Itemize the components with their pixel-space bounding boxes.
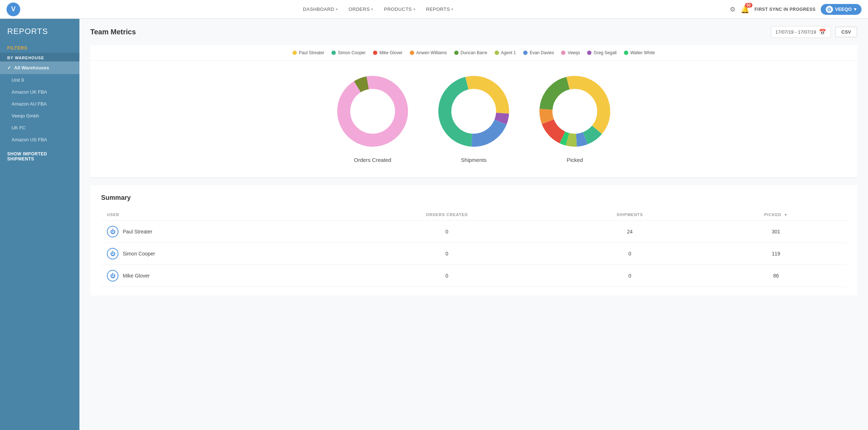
shipments-donut [434,72,513,151]
col-user: USER [101,209,340,221]
legend-walter-white: Walter White [624,50,655,55]
picked-donut [535,72,615,151]
orders-created-donut [333,72,412,151]
legend-duncan-barre: Duncan Barre [454,50,487,55]
header-right: 17/07/19 - 17/07/19 📅 CSV [771,26,858,38]
user-label: VEEQO [835,7,852,12]
legend-mike-glover: Mike Glover [373,50,403,55]
page-header: Team Metrics 17/07/19 - 17/07/19 📅 CSV [90,26,857,38]
legend-label-walter: Walter White [630,50,655,55]
page-title: Team Metrics [90,28,136,36]
table-row: ⏻ Mike Glover 0 0 86 [101,265,846,287]
main-content: Team Metrics 17/07/19 - 17/07/19 📅 CSV P… [79,19,868,430]
notifications-bell[interactable]: 🔔 50 [741,5,750,14]
dashboard-caret: ▾ [336,7,338,11]
orders-created-simon: 0 [340,243,554,265]
sidebar-item-veeqo-gmbh[interactable]: Veeqo Gmbh [0,110,79,122]
orders-created-label: Orders Created [354,157,391,163]
summary-section: Summary USER ORDERS CREATED SHIPMENTS PI… [90,185,857,296]
user-cell-paul: ⏻ Paul Streater [101,221,340,243]
user-cell-simon: ⏻ Simon Cooper [101,243,340,265]
avatar-paul: ⏻ [107,226,118,237]
legend-label-mike: Mike Glover [379,50,403,55]
legend-greg-segall: Greg Segall [587,50,616,55]
summary-table: USER ORDERS CREATED SHIPMENTS PICKED ▼ ⏻… [101,209,846,287]
user-caret: ▾ [854,7,856,12]
legend-dot-mike [373,51,377,55]
nav-right: ⚙ 🔔 50 FIRST SYNC IN PROGRESS ⏻ VEEQO ▾ [730,4,862,15]
legend-anwen-williams: Anwen Williams [410,50,447,55]
date-range-value: 17/07/19 - 17/07/19 [776,29,816,35]
username-paul: Paul Streater [123,229,152,235]
nav-orders[interactable]: ORDERS ▾ [344,4,377,14]
orders-caret: ▾ [371,7,373,11]
legend-label-simon: Simon Cooper [338,50,366,55]
orders-created-paul: 0 [340,221,554,243]
charts-container: Paul Streater Simon Cooper Mike Glover A… [90,45,857,178]
picked-chart: Picked [535,72,615,163]
sidebar-item-uk-fc[interactable]: UK FC [0,122,79,134]
sync-status-label: FIRST SYNC IN PROGRESS [755,7,816,12]
shipments-simon: 0 [554,243,706,265]
all-warehouses-label: All Warehouses [14,65,49,70]
col-picked[interactable]: PICKED ▼ [706,209,846,221]
legend-evan-davies: Evan Davies [523,50,554,55]
filters-label: FILTERS [0,42,79,53]
uk-fc-label: UK FC [12,125,26,130]
sidebar-item-amazon-us-fba[interactable]: Amazon US FBA [0,134,79,146]
legend-label-paul: Paul Streater [299,50,324,55]
picked-paul: 301 [706,221,846,243]
sidebar-item-amazon-au-fba[interactable]: Amazon AU FBA [0,98,79,110]
username-simon: Simon Cooper [123,251,155,257]
legend-label-anwen: Anwen Williams [416,50,447,55]
notification-badge: 50 [745,3,752,8]
csv-export-button[interactable]: CSV [835,27,857,37]
legend-label-agent1: Agent 1 [501,50,516,55]
picked-mike: 86 [706,265,846,287]
veeqo-icon: ⏻ [826,6,833,13]
avatar-mike: ⏻ [107,270,118,281]
amazon-au-fba-label: Amazon AU FBA [12,101,47,107]
shipments-mike: 0 [554,265,706,287]
col-shipments: SHIPMENTS [554,209,706,221]
sidebar-item-amazon-uk-fba[interactable]: Amazon UK FBA [0,86,79,98]
legend-dot-simon [331,51,336,55]
legend-simon-cooper: Simon Cooper [331,50,366,55]
legend-dot-agent1 [495,51,499,55]
by-warehouse-label: BY WAREHOUSE [0,53,79,61]
settings-icon[interactable]: ⚙ [730,5,735,13]
legend-dot-duncan [454,51,459,55]
amazon-uk-fba-label: Amazon UK FBA [12,89,47,95]
nav-reports[interactable]: REPORTS ▾ [422,4,458,14]
date-range-picker[interactable]: 17/07/19 - 17/07/19 📅 [771,26,831,38]
picked-label: Picked [567,157,583,163]
sidebar: REPORTS FILTERS BY WAREHOUSE ✓ All Wareh… [0,19,79,430]
sidebar-title: REPORTS [0,19,79,42]
shipments-paul: 24 [554,221,706,243]
col-orders-created: ORDERS CREATED [340,209,554,221]
orders-created-chart: Orders Created [333,72,412,163]
user-menu-button[interactable]: ⏻ VEEQO ▾ [821,4,862,15]
calendar-icon: 📅 [819,29,826,35]
legend-paul-streater: Paul Streater [292,50,324,55]
legend-dot-evan [523,51,528,55]
legend-dot-anwen [410,51,414,55]
legend-label-evan: Evan Davies [530,50,554,55]
logo[interactable]: V [6,3,20,16]
username-mike: Mike Glover [123,273,150,279]
legend-agent1: Agent 1 [495,50,516,55]
unit9-label: Unit 9 [12,77,24,83]
legend-dot-paul [292,51,297,55]
charts-section: Orders Created Shipments [90,61,857,178]
svg-point-2 [352,90,394,132]
user-cell-mike: ⏻ Mike Glover [101,265,340,287]
shipments-chart: Shipments [434,72,513,163]
sidebar-item-all-warehouses[interactable]: ✓ All Warehouses [0,61,79,74]
shipments-label: Shipments [461,157,487,163]
show-imported-shipments-toggle[interactable]: SHOW IMPORTED SHIPMENTS [0,146,79,167]
nav-products[interactable]: PRODUCTS ▾ [380,4,420,14]
veeqo-gmbh-label: Veeqo Gmbh [12,113,39,119]
legend-dot-veeqo [561,51,565,55]
sidebar-item-unit9[interactable]: Unit 9 [0,74,79,86]
nav-dashboard[interactable]: DASHBOARD ▾ [299,4,342,14]
